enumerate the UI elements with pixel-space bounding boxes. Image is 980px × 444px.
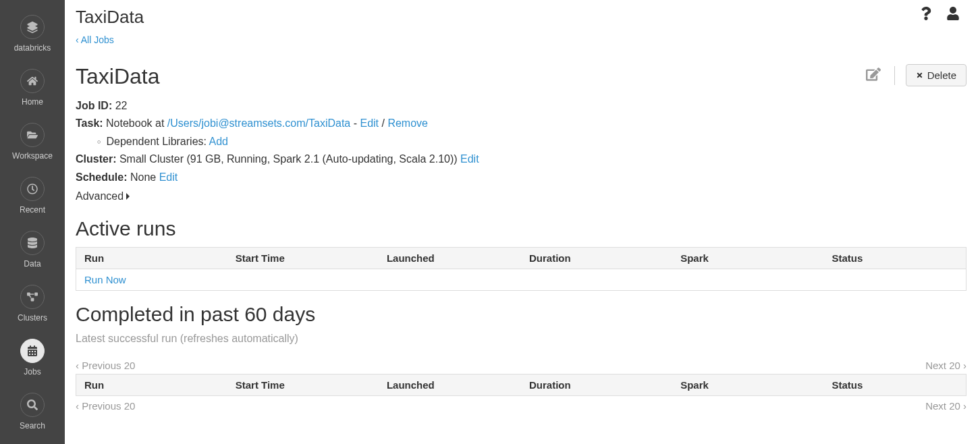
topbar xyxy=(921,7,960,22)
sidebar-item-clusters[interactable]: Clusters xyxy=(0,277,65,331)
pager-top: ‹ Previous 20 Next 20 › xyxy=(76,360,967,371)
task-label: Task: xyxy=(76,117,103,129)
table-header-row: Run Start Time Launched Duration Spark S… xyxy=(76,374,967,396)
sidebar-item-workspace[interactable]: Workspace xyxy=(0,115,65,169)
cluster-value: Small Cluster (91 GB, Running, Spark 2.1… xyxy=(119,153,460,165)
col-status: Status xyxy=(823,248,966,269)
col-launched: Launched xyxy=(379,248,521,269)
cluster-edit-link[interactable]: Edit xyxy=(460,153,479,165)
clock-icon xyxy=(20,177,45,201)
task-edit-link[interactable]: Edit xyxy=(360,117,379,129)
col-launched: Launched xyxy=(379,374,521,396)
job-actions: Delete xyxy=(863,64,967,86)
sidebar-item-label: Clusters xyxy=(18,313,47,323)
advanced-label: Advanced xyxy=(76,188,124,205)
schedule-line: Schedule: None Edit xyxy=(76,169,967,186)
sidebar-item-label: Data xyxy=(24,259,40,269)
sidebar-item-brand[interactable]: databricks xyxy=(0,7,65,61)
job-id-label: Job ID: xyxy=(76,100,112,111)
sidebar-item-label: Recent xyxy=(20,205,45,215)
database-icon xyxy=(20,231,45,255)
col-start: Start Time xyxy=(227,374,379,396)
next-page[interactable]: Next 20 › xyxy=(925,360,967,371)
cluster-label: Cluster: xyxy=(76,153,116,165)
task-sep2: / xyxy=(379,117,387,129)
table-header-row: Run Start Time Launched Duration Spark S… xyxy=(76,248,967,269)
home-icon xyxy=(20,69,45,93)
sidebar-item-jobs[interactable]: Jobs xyxy=(0,331,65,385)
col-spark: Spark xyxy=(672,374,823,396)
sidebar-item-label: Workspace xyxy=(12,151,53,161)
sidebar-item-data[interactable]: Data xyxy=(0,223,65,277)
sidebar-item-label: databricks xyxy=(14,43,51,53)
sidebar: databricks Home Workspace Recent Data Cl… xyxy=(0,0,65,444)
folder-icon xyxy=(20,123,45,147)
advanced-toggle[interactable]: Advanced xyxy=(76,188,967,205)
next-page[interactable]: Next 20 › xyxy=(925,400,967,412)
sidebar-item-recent[interactable]: Recent xyxy=(0,169,65,223)
job-id-value: 22 xyxy=(115,100,128,111)
col-run: Run xyxy=(76,374,227,396)
col-duration: Duration xyxy=(521,374,672,396)
sidebar-item-label: Home xyxy=(22,97,43,107)
cluster-line: Cluster: Small Cluster (91 GB, Running, … xyxy=(76,150,967,168)
task-remove-link[interactable]: Remove xyxy=(387,117,428,129)
sidebar-item-search[interactable]: Search xyxy=(0,385,65,439)
cluster-icon xyxy=(20,285,45,309)
task-line: Task: Notebook at /Users/jobi@streamsets… xyxy=(76,115,967,132)
calendar-icon xyxy=(20,339,45,363)
col-status: Status xyxy=(823,374,966,396)
table-row: Run Now xyxy=(76,269,967,291)
sidebar-item-label: Jobs xyxy=(24,367,40,377)
job-title: TaxiData xyxy=(76,64,160,89)
delete-label: Delete xyxy=(927,70,956,81)
run-now-link[interactable]: Run Now xyxy=(84,274,126,285)
prev-page[interactable]: ‹ Previous 20 xyxy=(76,400,135,412)
col-run: Run xyxy=(76,248,227,269)
job-id-line: Job ID: 22 xyxy=(76,97,967,115)
sidebar-item-home[interactable]: Home xyxy=(0,61,65,115)
bullet-icon: ○ xyxy=(97,137,101,147)
task-prefix: Notebook at xyxy=(106,117,167,129)
dep-lib-add-link[interactable]: Add xyxy=(209,136,228,147)
job-title-wrap: TaxiData xyxy=(76,64,160,89)
back-link[interactable]: ‹ All Jobs xyxy=(76,34,114,45)
task-sep: - xyxy=(350,117,360,129)
sidebar-item-label: Search xyxy=(20,421,45,431)
user-button[interactable] xyxy=(946,7,960,22)
col-duration: Duration xyxy=(521,248,672,269)
active-runs-title: Active runs xyxy=(76,217,967,240)
delete-button[interactable]: Delete xyxy=(906,64,967,86)
dep-lib-label: Dependent Libraries: xyxy=(106,136,209,147)
active-runs-table: Run Start Time Launched Duration Spark S… xyxy=(76,247,967,291)
schedule-value: None xyxy=(130,171,159,183)
col-spark: Spark xyxy=(672,248,823,269)
completed-title: Completed in past 60 days xyxy=(76,303,967,326)
caret-right-icon xyxy=(126,193,130,200)
job-meta: Job ID: 22 Task: Notebook at /Users/jobi… xyxy=(76,97,967,205)
refresh-note: Latest successful run (refreshes automat… xyxy=(76,333,967,345)
task-path-link[interactable]: /Users/jobi@streamsets.com/TaxiData xyxy=(167,117,350,129)
dep-lib-line: ○ Dependent Libraries: Add xyxy=(76,133,967,150)
completed-table: Run Start Time Launched Duration Spark S… xyxy=(76,374,967,396)
col-start: Start Time xyxy=(227,248,379,269)
prev-page[interactable]: ‹ Previous 20 xyxy=(76,360,135,371)
pager-bottom: ‹ Previous 20 Next 20 › xyxy=(76,400,967,412)
help-button[interactable] xyxy=(921,7,931,22)
edit-icon xyxy=(866,67,881,82)
schedule-edit-link[interactable]: Edit xyxy=(159,171,178,183)
databricks-icon xyxy=(20,15,45,39)
page-title: TaxiData xyxy=(76,7,967,28)
search-icon xyxy=(20,393,45,417)
schedule-label: Schedule: xyxy=(76,171,127,183)
edit-title-button[interactable] xyxy=(863,64,883,86)
main-content: TaxiData ‹ All Jobs TaxiData Delete Job … xyxy=(65,0,980,444)
divider xyxy=(894,66,895,85)
close-icon xyxy=(916,72,923,79)
